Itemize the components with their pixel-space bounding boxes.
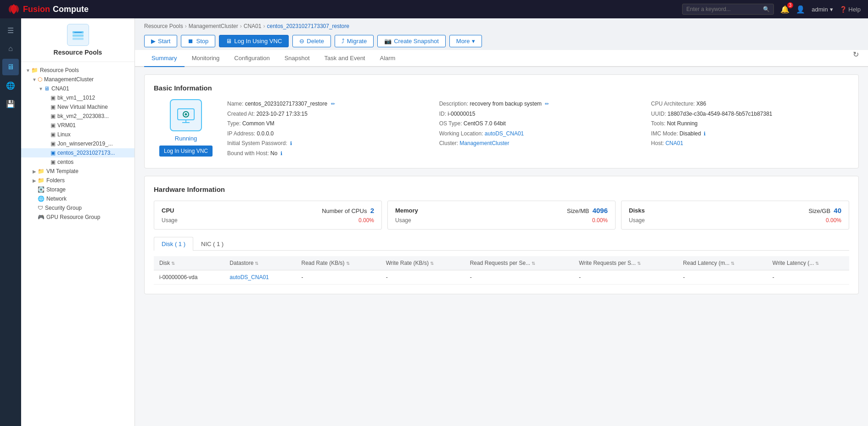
sidebar-item-security-group[interactable]: 🛡 Security Group xyxy=(21,203,134,213)
toggle-icon[interactable]: ▼ xyxy=(25,68,31,73)
sort-write-req-icon[interactable]: ⇅ xyxy=(637,261,641,266)
info-bound-host: Bound with Host: No ℹ xyxy=(227,149,426,159)
more-label: More xyxy=(456,38,470,45)
sort-read-rate-icon[interactable]: ⇅ xyxy=(346,261,350,266)
stop-button[interactable]: ⏹ Stop xyxy=(181,35,215,47)
info-ip: IP Address: 0.0.0.0 xyxy=(227,129,426,139)
hardware-info-title: Hardware Information xyxy=(154,185,849,193)
sidebar-item-management-cluster[interactable]: ▼ ⬡ ManagementCluster xyxy=(21,75,134,84)
log-in-vnc-button[interactable]: 🖥 Log In Using VNC xyxy=(219,35,289,47)
sub-tab-nic[interactable]: NIC ( 1 ) xyxy=(193,237,231,251)
tab-summary-label: Summary xyxy=(151,55,177,62)
sidebar-item-label: Network xyxy=(46,196,67,202)
sidebar-item-label: bk_vm1__1012 xyxy=(57,95,95,101)
nav-icon-menu[interactable]: ☰ xyxy=(2,22,19,39)
tools-value: Not Running xyxy=(667,120,698,127)
sidebar-item-centos[interactable]: ▣ centos xyxy=(21,157,134,167)
nav-icon-network[interactable]: 🌐 xyxy=(2,77,19,94)
user-name-label: admin xyxy=(812,6,828,13)
help-label: Help xyxy=(848,6,861,13)
more-button[interactable]: More ▾ xyxy=(449,35,482,47)
breadcrumb-resource-pools[interactable]: Resource Pools xyxy=(144,23,183,29)
cluster-value[interactable]: ManagementCluster xyxy=(459,140,509,146)
sidebar-item-new-vm[interactable]: ▣ New Virtual Machine xyxy=(21,102,134,112)
search-box[interactable]: 🔍 xyxy=(682,4,774,15)
sub-tabs-section: Disk ( 1 ) NIC ( 1 ) Disk⇅ Datastore⇅ Re… xyxy=(154,237,849,285)
cpu-card: CPU Number of CPUs 2 Usage 0.00% xyxy=(154,201,382,230)
sidebar-item-network[interactable]: 🌐 Network xyxy=(21,194,134,203)
gpu-icon: 🎮 xyxy=(38,214,45,220)
vnc-inline-button[interactable]: Log In Using VNC xyxy=(159,146,213,157)
sort-write-rate-icon[interactable]: ⇅ xyxy=(430,261,434,266)
imc-info-icon[interactable]: ℹ xyxy=(704,131,706,136)
tab-monitoring[interactable]: Monitoring xyxy=(185,50,227,67)
search-input[interactable] xyxy=(686,6,760,12)
name-edit-icon[interactable]: ✏ xyxy=(331,101,335,106)
nav-icon-home[interactable]: ⌂ xyxy=(2,40,19,57)
init-pw-label: Initial System Password: xyxy=(227,140,287,146)
cpu-usage-value: 0.00% xyxy=(358,217,374,224)
desc-edit-icon[interactable]: ✏ xyxy=(545,101,549,106)
breadcrumb-cna01[interactable]: CNA01 xyxy=(244,23,262,29)
tab-summary[interactable]: Summary xyxy=(144,50,185,67)
nav-icon-vms[interactable]: 🖥 xyxy=(2,59,19,75)
nav-icon-storage[interactable]: 💾 xyxy=(2,95,19,112)
toggle-icon[interactable]: ▶ xyxy=(31,178,38,183)
cell-datastore[interactable]: autoDS_CNA01 xyxy=(224,270,296,284)
sort-write-lat-icon[interactable]: ⇅ xyxy=(815,261,819,266)
disks-size-label: Size/GB xyxy=(808,207,830,214)
create-snapshot-button[interactable]: 📷 Create Snapshot xyxy=(377,35,446,47)
sidebar-item-bk-vm1[interactable]: ▣ bk_vm1__1012 xyxy=(21,93,134,102)
col-write-req: Write Requests per S...⇅ xyxy=(573,256,678,270)
help-link[interactable]: ❓ Help xyxy=(840,6,861,13)
info-created-at: Created At: 2023-10-27 17:33:15 xyxy=(227,109,426,119)
user-menu[interactable]: admin ▾ xyxy=(812,6,833,13)
sort-read-lat-icon[interactable]: ⇅ xyxy=(731,261,734,266)
uuid-label: UUID: xyxy=(651,111,666,117)
info-name: Name: centos_20231027173307_restore ✏ xyxy=(227,99,426,109)
top-navigation: FusionCompute 🔍 🔔 3 👤 admin ▾ ❓ Help xyxy=(0,0,868,18)
sidebar-item-gpu-resource-group[interactable]: 🎮 GPU Resource Group xyxy=(21,213,134,222)
breadcrumb-management-cluster[interactable]: ManagementCluster xyxy=(189,23,238,29)
sidebar-item-folders[interactable]: ▶ 📁 Folders xyxy=(21,176,134,185)
disk-table-head: Disk⇅ Datastore⇅ Read Rate (KB/s)⇅ Write… xyxy=(154,256,849,270)
refresh-button[interactable]: ↻ xyxy=(853,50,859,66)
info-col3: CPU Architecture: X86 UUID: 18807d3e-c30… xyxy=(651,99,849,159)
bound-host-info-icon[interactable]: ℹ xyxy=(280,151,282,156)
delete-button[interactable]: ⊖ Delete xyxy=(292,35,331,47)
sidebar-item-linux[interactable]: ▣ Linux xyxy=(21,130,134,139)
sort-disk-icon[interactable]: ⇅ xyxy=(171,261,175,266)
start-button[interactable]: ▶ Start xyxy=(144,35,177,47)
vm-running-status: Running xyxy=(175,135,197,142)
sidebar-item-bk-vm2[interactable]: ▣ bk_vm2__2023083... xyxy=(21,112,134,121)
storage-icon: 💽 xyxy=(38,186,45,193)
tab-snapshot[interactable]: Snapshot xyxy=(277,50,317,67)
sidebar-item-vm-template[interactable]: ▶ 📁 VM Template xyxy=(21,167,134,176)
sidebar-item-storage[interactable]: 💽 Storage xyxy=(21,185,134,194)
sidebar-item-resource-pools-root[interactable]: ▼ 📁 Resource Pools xyxy=(21,66,134,75)
sub-tab-disk[interactable]: Disk ( 1 ) xyxy=(154,237,193,251)
sidebar-item-vrm01[interactable]: ▣ VRM01 xyxy=(21,121,134,130)
info-pw-icon[interactable]: ℹ xyxy=(290,140,292,146)
breadcrumb-current: centos_20231027173307_restore xyxy=(267,23,349,29)
vm-icon-box xyxy=(170,99,202,131)
memory-size-value: 4096 xyxy=(593,207,608,214)
tab-task-event[interactable]: Task and Event xyxy=(317,50,373,67)
host-value[interactable]: CNA01 xyxy=(666,140,683,146)
sidebar-item-cna01[interactable]: ▼ 🖥 CNA01 xyxy=(21,84,134,93)
tab-configuration[interactable]: Configuration xyxy=(227,50,277,67)
search-icon[interactable]: 🔍 xyxy=(763,6,770,12)
notification-bell[interactable]: 🔔 3 xyxy=(780,5,790,14)
col-datastore-label: Datastore xyxy=(230,260,253,266)
tab-alarm[interactable]: Alarm xyxy=(372,50,403,67)
cluster-icon: ⬡ xyxy=(38,76,42,83)
migrate-button[interactable]: ⤴ Migrate xyxy=(335,35,374,47)
sort-datastore-icon[interactable]: ⇅ xyxy=(255,261,258,266)
working-loc-value[interactable]: autoDS_CNA01 xyxy=(485,130,524,137)
sidebar-item-jon-winserver[interactable]: ▣ Jon_winserver2019_... xyxy=(21,139,134,148)
toggle-icon[interactable]: ▼ xyxy=(31,77,38,82)
toggle-icon[interactable]: ▼ xyxy=(38,86,44,91)
sidebar-item-centos-restore[interactable]: ▣ centos_20231027173... xyxy=(21,148,134,157)
sort-read-req-icon[interactable]: ⇅ xyxy=(532,261,535,266)
toggle-icon[interactable]: ▶ xyxy=(31,169,38,174)
